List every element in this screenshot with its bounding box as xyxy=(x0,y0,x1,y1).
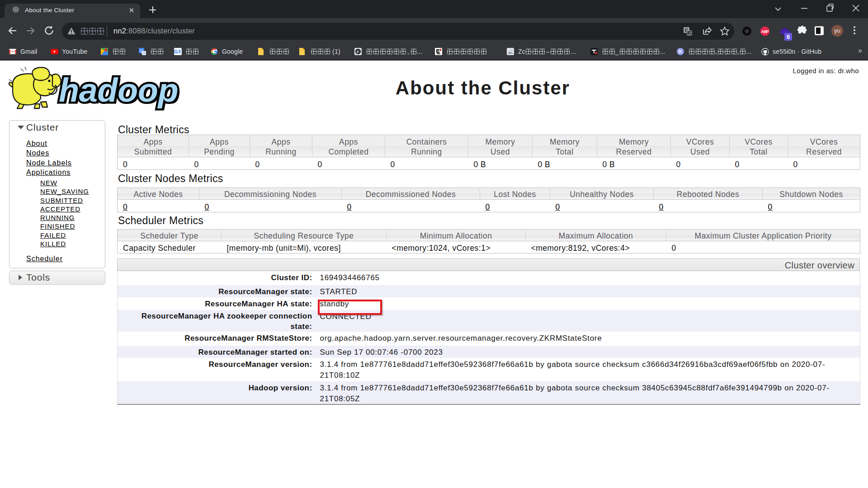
svg-text:F: F xyxy=(357,49,359,54)
svg-text:G: G xyxy=(174,49,178,54)
svg-text:hadoop: hadoop xyxy=(59,71,178,109)
svg-text:K: K xyxy=(679,49,682,54)
svg-text:ABP: ABP xyxy=(761,29,769,34)
svg-text:6: 6 xyxy=(787,33,790,40)
